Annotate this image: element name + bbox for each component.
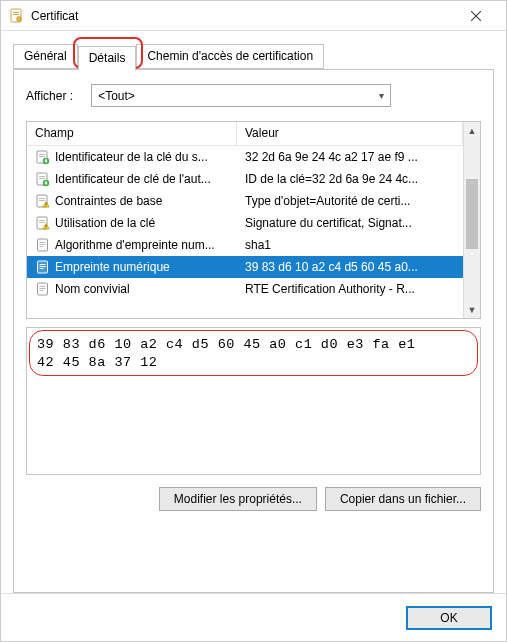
table-row[interactable]: Empreinte numérique39 83 d6 10 a2 c4 d5 … — [27, 256, 463, 278]
titlebar: Certificat — [1, 1, 506, 31]
tab-certpath[interactable]: Chemin d'accès de certification — [136, 44, 324, 69]
window-title: Certificat — [31, 9, 454, 23]
svg-rect-27 — [40, 242, 46, 243]
tabs: Général Détails Chemin d'accès de certif… — [13, 41, 494, 69]
certificate-icon — [9, 8, 25, 24]
ext-warn-icon — [35, 215, 51, 231]
ext-down-icon — [35, 171, 51, 187]
table-row[interactable]: Nom convivialRTE Certification Authority… — [27, 278, 463, 300]
close-button[interactable] — [454, 2, 498, 30]
row-field-label: Nom convivial — [55, 282, 130, 296]
prop-icon — [35, 281, 51, 297]
svg-rect-28 — [40, 244, 46, 245]
scroll-thumb[interactable] — [466, 179, 478, 249]
tab-details[interactable]: Détails — [78, 46, 137, 70]
svg-rect-11 — [39, 176, 45, 177]
row-field-label: Contraintes de base — [55, 194, 162, 208]
fields-list: Champ Valeur Identificateur de la clé du… — [26, 121, 481, 319]
detail-text-content: 39 83 d6 10 a2 c4 d5 60 45 a0 c1 d0 e3 f… — [37, 337, 415, 370]
svg-rect-21 — [39, 220, 45, 221]
svg-rect-2 — [13, 14, 19, 15]
ext-warn-icon — [35, 193, 51, 209]
svg-rect-36 — [40, 288, 46, 289]
filter-select[interactable]: <Tout> ▾ — [91, 84, 391, 107]
action-buttons: Modifier les propriétés... Copier dans u… — [26, 487, 481, 511]
svg-rect-12 — [39, 178, 45, 179]
row-value-label: RTE Certification Authority - R... — [237, 282, 463, 296]
scroll-down-button[interactable]: ▼ — [464, 301, 480, 318]
prop-icon — [35, 259, 51, 275]
row-value-label: ID de la clé=32 2d 6a 9e 24 4c... — [237, 172, 463, 186]
svg-rect-8 — [39, 156, 45, 157]
svg-rect-33 — [40, 268, 44, 269]
column-header-field[interactable]: Champ — [27, 122, 237, 145]
table-row[interactable]: Identificateur de la clé du s...32 2d 6a… — [27, 146, 463, 168]
scroll-up-button[interactable]: ▲ — [464, 122, 480, 139]
svg-rect-7 — [39, 154, 45, 155]
edit-properties-button[interactable]: Modifier les propriétés... — [159, 487, 317, 511]
close-icon — [471, 11, 481, 21]
svg-rect-37 — [40, 290, 44, 291]
field-detail-text[interactable]: 39 83 d6 10 a2 c4 d5 60 45 a0 c1 d0 e3 f… — [26, 327, 481, 475]
row-field-label: Identificateur de clé de l'aut... — [55, 172, 211, 186]
row-field-label: Identificateur de la clé du s... — [55, 150, 208, 164]
row-field-label: Algorithme d'empreinte num... — [55, 238, 215, 252]
svg-rect-24 — [46, 225, 47, 227]
svg-rect-22 — [39, 222, 45, 223]
svg-rect-35 — [40, 286, 46, 287]
svg-rect-18 — [46, 203, 47, 205]
filter-label: Afficher : — [26, 89, 73, 103]
certificate-dialog: Certificat Général Détails Chemin d'accè… — [0, 0, 507, 642]
svg-rect-29 — [40, 246, 44, 247]
ok-button[interactable]: OK — [406, 606, 492, 630]
row-value-label: 39 83 d6 10 a2 c4 d5 60 45 a0... — [237, 260, 463, 274]
dialog-body: Général Détails Chemin d'accès de certif… — [1, 31, 506, 593]
tab-general[interactable]: Général — [13, 44, 78, 69]
table-row[interactable]: Algorithme d'empreinte num...sha1 — [27, 234, 463, 256]
svg-rect-32 — [40, 266, 46, 267]
row-field-label: Empreinte numérique — [55, 260, 170, 274]
row-value-label: 32 2d 6a 9e 24 4c a2 17 ae f9 ... — [237, 150, 463, 164]
copy-to-file-button[interactable]: Copier dans un fichier... — [325, 487, 481, 511]
list-header: Champ Valeur — [27, 122, 463, 146]
filter-row: Afficher : <Tout> ▾ — [26, 84, 481, 107]
chevron-down-icon: ▾ — [379, 90, 384, 101]
svg-rect-25 — [46, 228, 47, 229]
ext-down-icon — [35, 149, 51, 165]
table-row[interactable]: Utilisation de la cléSignature du certif… — [27, 212, 463, 234]
row-value-label: Type d'objet=Autorité de certi... — [237, 194, 463, 208]
column-header-value[interactable]: Valeur — [237, 122, 463, 145]
row-field-label: Utilisation de la clé — [55, 216, 155, 230]
row-value-label: sha1 — [237, 238, 463, 252]
svg-rect-16 — [39, 200, 45, 201]
list-scrollbar[interactable]: ▲ ▼ — [463, 122, 480, 318]
dialog-footer: OK — [1, 593, 506, 641]
table-row[interactable]: Contraintes de baseType d'objet=Autorité… — [27, 190, 463, 212]
tab-content-details: Afficher : <Tout> ▾ Champ Valeur Identif… — [13, 69, 494, 593]
row-value-label: Signature du certificat, Signat... — [237, 216, 463, 230]
svg-rect-15 — [39, 198, 45, 199]
prop-icon — [35, 237, 51, 253]
svg-rect-31 — [40, 264, 46, 265]
table-row[interactable]: Identificateur de clé de l'aut...ID de l… — [27, 168, 463, 190]
svg-rect-19 — [46, 206, 47, 207]
filter-value: <Tout> — [98, 89, 135, 103]
svg-rect-1 — [13, 12, 19, 13]
svg-point-3 — [17, 16, 22, 21]
scroll-track[interactable] — [464, 139, 480, 301]
